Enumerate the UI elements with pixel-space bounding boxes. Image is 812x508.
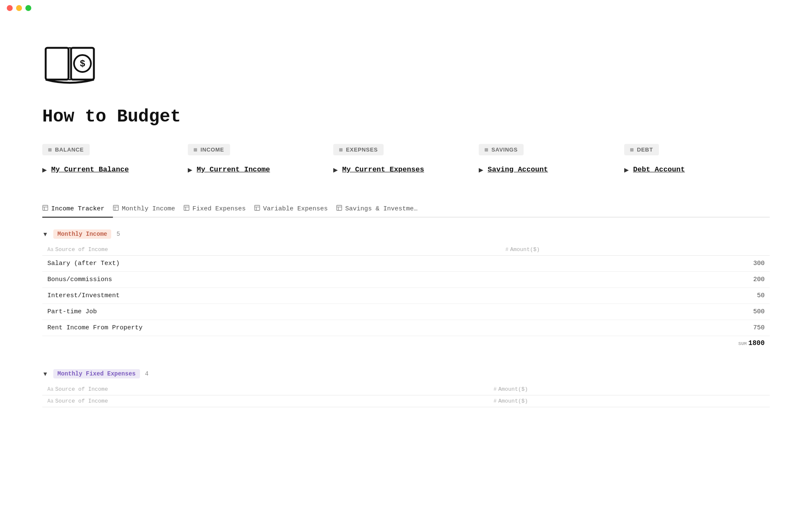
group-monthly-fixed-expenses: ▼ Monthly Fixed Expenses 4 AaSource of I…: [42, 367, 770, 407]
card-tag-label-expenses: EXEPNSES: [346, 146, 378, 153]
table-cell-amount: 750: [500, 320, 770, 336]
card-arrow-income: ▶: [188, 166, 192, 173]
groups-container: ▼ Monthly Income 5 AaSource of Income#Am…: [42, 228, 770, 407]
th-icon: Aa: [47, 387, 53, 392]
table-cell-source: Salary (after Text): [42, 256, 500, 272]
card-tag-dot-balance: [48, 148, 52, 152]
tab-savings-investments[interactable]: Savings & Investme…: [336, 201, 426, 218]
table-icon-savings-investments: [336, 205, 342, 213]
th-icon: Aa: [47, 398, 53, 404]
group-count-monthly-income: 5: [116, 231, 120, 237]
table-row: Part-time Job500: [42, 304, 770, 320]
sum-row: SUM1800: [42, 336, 770, 351]
sum-cell-empty: [42, 336, 500, 351]
card-tag-expenses: EXEPNSES: [333, 144, 384, 155]
close-button[interactable]: [7, 5, 13, 11]
card-tag-dot-income: [194, 148, 197, 152]
group-count-monthly-fixed-expenses: 4: [145, 370, 148, 377]
card-link-balance[interactable]: My Current Balance: [51, 166, 129, 174]
card-tag-savings: SAVINGS: [479, 144, 524, 155]
table-row: Bonus/commissions200: [42, 272, 770, 288]
table-cell-amount: 300: [500, 256, 770, 272]
card-section-expenses: EXEPNSES ▶ My Current Expenses: [333, 144, 479, 180]
svg-text:$: $: [80, 58, 85, 69]
tab-fixed-expenses[interactable]: Fixed Expenses: [184, 201, 254, 218]
table-cell-amount: 500: [500, 304, 770, 320]
card-arrow-debt: ▶: [624, 166, 629, 173]
group-tag-label-monthly-fixed-expenses: Monthly Fixed Expenses: [53, 369, 140, 378]
card-link-debt[interactable]: Debt Account: [633, 166, 685, 174]
table-icon-fixed-expenses: [184, 205, 189, 213]
table-cell-source: Part-time Job: [42, 304, 500, 320]
card-link-row-savings: ▶ Saving Account: [479, 164, 614, 174]
svg-rect-6: [43, 205, 48, 210]
card-link-savings[interactable]: Saving Account: [488, 166, 548, 174]
card-link-row-expenses: ▶ My Current Expenses: [333, 164, 469, 174]
tab-label-income-tracker: Income Tracker: [51, 205, 104, 213]
group-header-monthly-fixed-expenses: ▼ Monthly Fixed Expenses 4: [42, 367, 770, 380]
sum-cell-value: SUM1800: [500, 336, 770, 351]
tab-income-tracker[interactable]: Income Tracker: [42, 201, 113, 218]
card-link-expenses[interactable]: My Current Expenses: [342, 166, 424, 174]
card-arrow-expenses: ▶: [333, 166, 338, 173]
table-monthly-fixed-expenses: AaSource of Income#Amount($): [42, 395, 770, 407]
card-section-balance: BALANCE ▶ My Current Balance: [42, 144, 188, 180]
card-tag-label-savings: SAVINGS: [491, 146, 518, 153]
card-tag-debt: DEBT: [624, 144, 659, 155]
th-monthly-fixed-expenses-amount---: #Amount($): [488, 395, 770, 407]
tab-variable-expenses[interactable]: Variable Expenses: [254, 201, 336, 218]
card-tag-dot-debt: [630, 148, 634, 152]
table-icon-variable-expenses: [254, 205, 260, 213]
table-cell-amount: 50: [500, 288, 770, 304]
sum-label: SUM: [738, 341, 747, 346]
maximize-button[interactable]: [25, 5, 31, 11]
group-arrow-monthly-fixed-expenses[interactable]: ▼: [42, 370, 48, 377]
tab-monthly-income[interactable]: Monthly Income: [113, 201, 184, 218]
th-icon: #: [505, 247, 508, 253]
card-tag-label-income: INCOME: [200, 146, 224, 153]
card-tag-dot-savings: [485, 148, 488, 152]
svg-rect-12: [184, 205, 189, 210]
table-monthly-income: AaSource of Income#Amount($)Salary (afte…: [42, 244, 770, 351]
card-section-income: INCOME ▶ My Current Income: [188, 144, 333, 180]
group-tag-label-monthly-income: Monthly Income: [53, 229, 112, 239]
table-row: Salary (after Text)300: [42, 256, 770, 272]
table-cell-source: Interest/Investment: [42, 288, 500, 304]
svg-rect-18: [337, 205, 342, 210]
card-tag-label-balance: BALANCE: [55, 146, 84, 153]
tab-label-fixed-expenses: Fixed Expenses: [192, 205, 246, 213]
table-icon-income-tracker: [42, 205, 48, 213]
group-monthly-income: ▼ Monthly Income 5 AaSource of Income#Am…: [42, 228, 770, 351]
svg-rect-0: [46, 48, 69, 80]
card-link-row-balance: ▶ My Current Balance: [42, 164, 178, 174]
th-monthly-fixed-expenses-source-of-income: AaSource of Income: [42, 395, 488, 407]
table-icon-monthly-income: [113, 205, 119, 213]
th-monthly-income-source-of-income: AaSource of Income: [42, 244, 500, 256]
table-row: Rent Income From Property750: [42, 320, 770, 336]
card-section-savings: SAVINGS ▶ Saving Account: [479, 144, 624, 180]
th-icon: #: [494, 387, 497, 392]
budget-book-icon: $: [42, 41, 97, 88]
th-monthly-fixed-expenses-amount---: #Amount($): [488, 384, 770, 395]
card-section-debt: DEBT ▶ Debt Account: [624, 144, 770, 180]
card-tag-balance: BALANCE: [42, 144, 90, 155]
table-row: Interest/Investment50: [42, 288, 770, 304]
card-link-row-debt: ▶ Debt Account: [624, 164, 760, 174]
tab-label-variable-expenses: Variable Expenses: [263, 205, 328, 213]
card-tag-income: INCOME: [188, 144, 230, 155]
card-tag-label-debt: DEBT: [637, 146, 653, 153]
titlebar: [0, 0, 812, 16]
main-content: $ How to Budget BALANCE ▶ My Current Bal…: [0, 16, 812, 450]
minimize-button[interactable]: [16, 5, 22, 11]
table-cell-source: Rent Income From Property: [42, 320, 500, 336]
cards-row: BALANCE ▶ My Current Balance INCOME ▶ My…: [42, 144, 770, 180]
svg-rect-9: [113, 205, 118, 210]
group-header-monthly-income: ▼ Monthly Income 5: [42, 228, 770, 240]
table-cell-source: Bonus/commissions: [42, 272, 500, 288]
table-monthly-fixed-expenses: AaSource of Income#Amount($): [42, 384, 770, 395]
th-monthly-fixed-expenses-source-of-income: AaSource of Income: [42, 384, 488, 395]
group-arrow-monthly-income[interactable]: ▼: [42, 231, 48, 237]
card-arrow-savings: ▶: [479, 166, 483, 173]
tab-label-savings-investments: Savings & Investme…: [345, 205, 417, 213]
card-link-income[interactable]: My Current Income: [197, 166, 270, 174]
